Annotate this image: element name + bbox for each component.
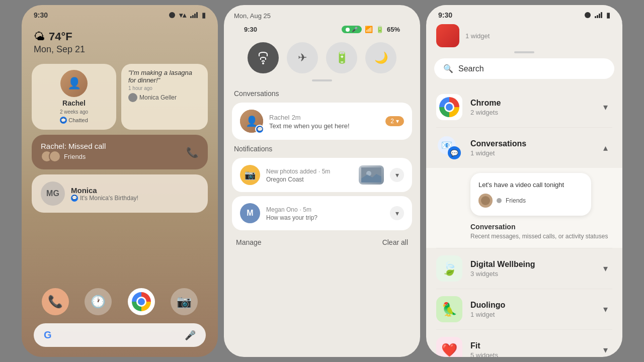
digital-wellbeing-app-row[interactable]: 🍃 Digital Wellbeing 3 widgets ▾ [426,248,622,289]
duolingo-name: Duolingo [470,301,590,310]
conv-widget-desc: Recent messages, missed calls, or activi… [470,233,612,240]
weather-date: Mon, Sep 21 [34,44,206,55]
phone2-notifications: Mon, Aug 25 9:30 🎤 📶 🔋 65% [224,5,420,357]
manage-row: Manage Clear all [224,234,420,250]
rachel-name: Rachel [62,99,86,107]
wifi-toggle[interactable] [248,42,279,73]
message-bubble[interactable]: "I'm making a lasagna for dinner!" 1 hou… [121,64,208,130]
google-search-bar[interactable]: G 🎤 [34,323,206,347]
conversations-icon-overlay: 💬 [448,146,461,159]
fit-info: Fit 5 widgets [470,341,590,357]
prev-widget-hint: 1 widget [426,22,622,51]
weather-widget: 🌤 74°F Mon, Sep 21 [22,22,218,59]
phone2-top: Mon, Aug 25 9:30 🎤 📶 🔋 65% [224,5,420,36]
search-icon: 🔍 [443,64,453,73]
friends-row: Friends [41,150,106,162]
photos-title: New photos added · 5m [266,167,353,175]
mic-icon[interactable]: 🎤 [185,330,196,341]
prev-widget-count: 1 widget [465,32,490,40]
megan-message: How was your trip? [266,214,384,221]
conv-widget-avatar [478,194,493,208]
rachel-avatar: 👤 [60,70,88,97]
weather-emoji: 🌤 [34,30,45,43]
megan-title: Megan Ono · 5m [266,205,384,213]
chrome-expand-btn[interactable]: ▾ [598,100,612,114]
conv-widget-card[interactable]: Let's have a video call tonight Friends [470,173,591,216]
weather-temp: 74°F [49,30,72,43]
photos-expand-btn[interactable]: ▾ [390,168,404,182]
do-not-disturb-toggle[interactable]: 🌙 [365,42,396,73]
conv-widget-group-name: Friends [506,197,526,204]
clock-app-icon[interactable]: 🕐 [85,288,112,315]
missed-call-text: Rachel: Missed call [41,142,106,150]
conv-name: Rachel 2m [269,113,379,121]
conversations-expanded: Let's have a video call tonight Friends … [426,168,622,248]
status-bar-1: 9:30 ▾▴ ▮ [22,5,218,22]
chrome-app-icon[interactable] [128,288,155,315]
duolingo-count: 1 widget [470,311,590,318]
conv-avatar-badge: 💬 [255,125,264,134]
message-time: 1 hour ago [128,85,201,91]
chrome-app-row[interactable]: Chrome 2 widgets ▾ [426,87,622,127]
conv-message: Text me when you get here! [269,122,379,130]
conversations-section-title: Conversations [224,89,420,103]
friends-label: Friends [64,153,86,160]
time-1: 9:30 [34,11,48,19]
pull-bar [312,79,332,81]
friends-avatars [41,150,61,162]
rachel-time: 2 weeks ago [60,109,88,115]
digital-wellbeing-count: 3 widgets [470,270,590,278]
chrome-app-widget-icon [436,94,462,120]
conversation-card[interactable]: 👤 💬 Rachel 2m Text me when you get here!… [232,103,412,140]
camera-app-icon[interactable]: 📷 [171,288,198,315]
phone1-homescreen: 9:30 ▾▴ ▮ 🌤 74°F [22,5,218,357]
missed-call-widget[interactable]: Rachel: Missed call Friends 📞 [32,135,208,169]
digital-wellbeing-info: Digital Wellbeing 3 widgets [470,260,590,278]
photos-app-icon: 📷 [240,165,260,185]
prev-app-icon [436,24,459,47]
message-sender: Monica Geller [128,93,201,102]
conv-widget-label: Conversation [470,223,612,231]
phone2-date: Mon, Aug 25 [234,12,410,20]
conversations-app-info: Conversations 1 widget [470,139,590,157]
camera-dot [169,12,175,18]
phone2-status-bar: 9:30 🎤 📶 🔋 65% [234,20,410,36]
rachel-bubble[interactable]: 👤 Rachel 2 weeks ago 💬 Chatted [32,64,116,130]
signal-bars-1 [190,12,198,18]
camera-dot-3 [585,12,591,18]
widget-search-bar[interactable]: 🔍 Search [434,58,614,79]
megan-notif-card[interactable]: M Megan Ono · 5m How was your trip? ▾ [232,196,412,230]
monica-chat-icon: 💬 [71,195,78,202]
duolingo-app-row[interactable]: 🦜 Duolingo 1 widget ▾ [426,289,622,329]
chrome-app-name: Chrome [470,99,590,108]
battery-saver-toggle[interactable]: 🔋 [326,42,357,73]
monica-avatar: MG [41,182,65,206]
search-input[interactable]: Search [458,64,484,73]
digital-expand-btn[interactable]: ▾ [598,261,612,276]
conversations-app-name: Conversations [470,139,590,148]
conversations-app-row[interactable]: 📧 💬 Conversations 1 widget ▴ [426,128,622,168]
megan-expand-btn[interactable]: ▾ [390,206,404,220]
photos-notif-card[interactable]: 📷 New photos added · 5m Oregon Coast [232,158,412,192]
app-list: Chrome 2 widgets ▾ 📧 💬 Conve [426,87,622,357]
fit-expand-btn[interactable]: ▾ [598,343,612,357]
divider-bar [514,51,534,53]
fit-icon: ❤️ [436,337,462,357]
conversations-collapse-btn[interactable]: ▴ [598,141,612,155]
quick-settings: ✈ 🔋 🌙 [224,36,420,79]
manage-btn[interactable]: Manage [236,238,262,246]
fit-app-row[interactable]: ❤️ Fit 5 widgets ▾ [426,330,622,357]
record-mic-icon: 🎤 [352,27,358,32]
megan-notif-info: Megan Ono · 5m How was your trip? [266,205,384,221]
duolingo-expand-btn[interactable]: ▾ [598,302,612,316]
fit-count: 5 widgets [470,351,590,357]
status-bar-3: 9:30 ▮ [426,5,622,22]
monica-widget[interactable]: MG Monica 💬 It's Monica's Birthday! [32,174,208,213]
phone-app-icon[interactable]: 📞 [42,288,69,315]
chrome-app-info: Chrome 2 widgets [470,99,590,116]
wifi-icon-2: 📶 [365,26,373,33]
clear-all-btn[interactable]: Clear all [382,238,408,246]
fit-name: Fit [470,341,590,350]
conv-widget-user: Friends [478,194,583,208]
airplane-toggle[interactable]: ✈ [287,42,318,73]
